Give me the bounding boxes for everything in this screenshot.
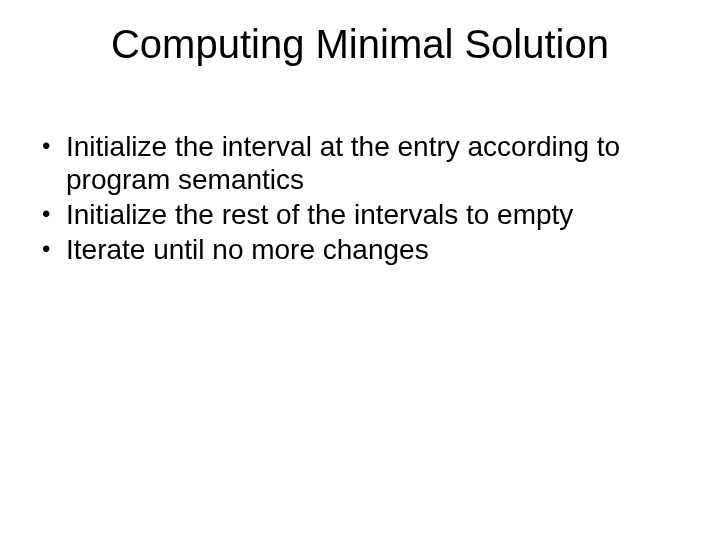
bullet-list: Initialize the interval at the entry acc… xyxy=(38,130,670,266)
list-item: Initialize the interval at the entry acc… xyxy=(38,130,670,196)
slide-title: Computing Minimal Solution xyxy=(0,22,720,67)
list-item: Initialize the rest of the intervals to … xyxy=(38,198,670,231)
list-item: Iterate until no more changes xyxy=(38,233,670,266)
slide-body: Initialize the interval at the entry acc… xyxy=(38,130,670,268)
slide: Computing Minimal Solution Initialize th… xyxy=(0,0,720,540)
